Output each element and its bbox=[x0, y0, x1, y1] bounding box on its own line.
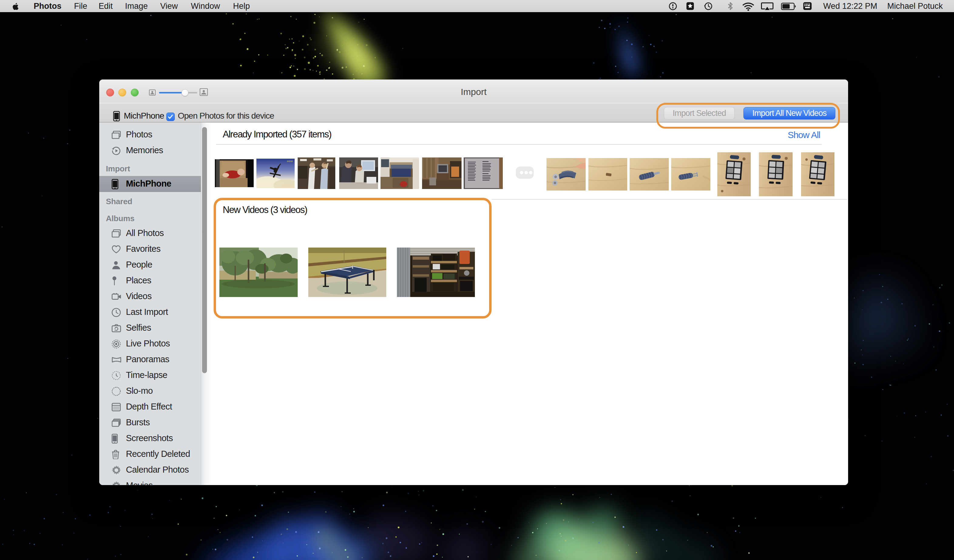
svg-text:6/6/84: 6/6/84 bbox=[287, 160, 293, 162]
